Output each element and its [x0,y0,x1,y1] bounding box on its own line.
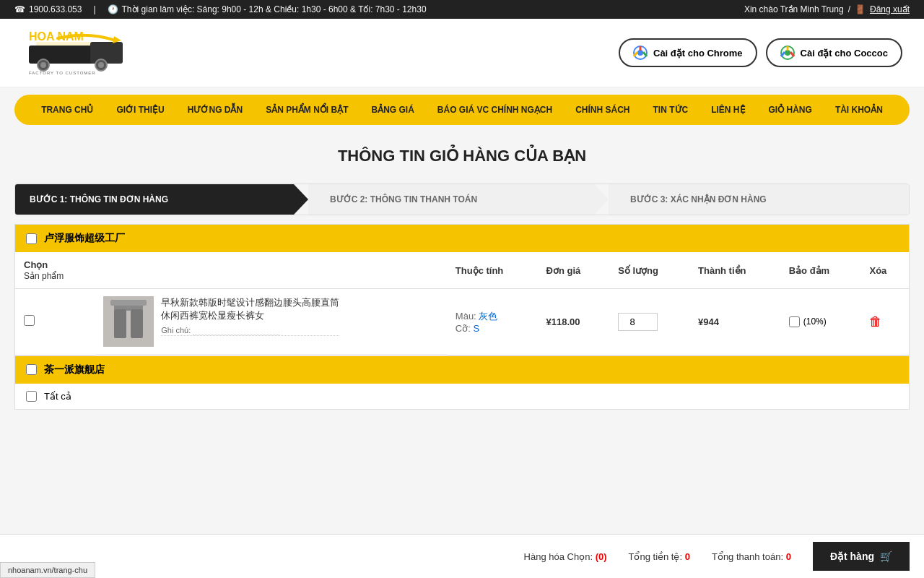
product-price-cell: ¥118.00 [538,289,610,355]
shop2-partial: Tất cả [15,384,909,409]
svg-rect-18 [110,300,147,306]
shop2-header: 茶一派旗舰店 [15,355,909,384]
svg-rect-16 [114,309,126,338]
quantity-input[interactable] [618,313,658,331]
header-buttons: Cài đặt cho Chrome Cài đặt cho Coccoc [619,38,902,67]
svg-point-6 [98,62,104,68]
svg-text:FACTORY TO CUSTOMER: FACTORY TO CUSTOMER [29,71,96,75]
shop2-all-checkbox[interactable] [26,391,37,402]
step-3-label: BƯỚC 3: XÁC NHẬN ĐƠN HÀNG [630,194,767,204]
svg-point-11 [637,50,643,56]
shop2-all-label: Tất cả [44,391,71,402]
col-thanh-tien: Thành tiền [689,252,780,289]
step-3: BƯỚC 3: XÁC NHẬN ĐƠN HÀNG [609,184,909,215]
header: HOA NAM FACTORY TO CUSTOMER Cài đặt cho … [0,19,924,87]
step-2-label: BƯỚC 2: THÔNG TIN THANH TOÁN [330,194,477,204]
nav-bar: TRANG CHỦ GIỚI THIỆU HƯỚNG DẪN SẢN PHẨM … [14,95,910,125]
svg-point-4 [40,62,46,68]
bao-dam-checkbox[interactable] [789,316,800,327]
product-total-cell: ¥944 [689,289,780,355]
nav-tai-khoan[interactable]: TÀI KHOẢN [824,95,894,125]
install-chrome-button[interactable]: Cài đặt cho Chrome [619,38,757,67]
product-details: 早秋新款韩版时髦设计感翻边腰头高腰直筒休闲西裤宽松显瘦长裤女 Ghi chú: [161,296,339,336]
cart-table: ChọnSản phẩm Thuộc tính Đơn giá Số lượng… [15,252,909,355]
svg-rect-2 [90,42,123,64]
col-don-gia: Đơn giá [538,252,610,289]
bao-dam-container: (10%) [789,316,853,327]
top-bar: ☎ 1900.633.053 | 🕐 Thời gian làm việc: S… [0,0,924,19]
size-value: S [473,323,479,334]
nav-bao-gia[interactable]: BÁO GIÁ VC CHÍNH NGẠCH [426,95,564,125]
product-delete-cell: 🗑 [860,289,909,355]
separator: | [93,4,95,14]
shop2-name: 茶一派旗舰店 [44,363,105,376]
product-select-cell [15,289,95,355]
nav-bang-gia[interactable]: BẢNG GIÁ [359,95,425,125]
logout-link[interactable]: Đăng xuất [870,4,910,14]
step-2: BƯỚC 2: THÔNG TIN THANH TOÁN [308,184,609,215]
svg-point-13 [785,50,790,56]
product-size: Cỡ: S [456,323,529,334]
separator2: / [848,4,850,14]
product-total: ¥944 [698,316,719,327]
logo-svg: HOA NAM FACTORY TO CUSTOMER [22,27,137,78]
chrome-icon [633,46,648,60]
table-header-row: ChọnSản phẩm Thuộc tính Đơn giá Số lượng… [15,252,909,289]
shop1-select-all-checkbox[interactable] [26,233,37,244]
logout-icon: 🚪 [855,4,866,14]
delete-button[interactable]: 🗑 [869,314,882,329]
product-color: Màu: 灰色 [456,310,529,323]
hours-text: Thời gian làm việc: Sáng: 9h00 - 12h & C… [122,4,427,14]
install-coccoc-label: Cài đặt cho Coccoc [801,48,888,59]
bao-dam-pct: (10%) [803,316,827,327]
col-so-luong: Số lượng [609,252,689,289]
top-bar-right: Xin chào Trần Minh Trung / 🚪 Đăng xuất [744,4,910,14]
product-price: ¥118.00 [546,316,580,327]
product-name: 早秋新款韩版时髦设计感翻边腰头高腰直筒休闲西裤宽松显瘦长裤女 [161,296,339,322]
install-coccoc-button[interactable]: Cài đặt cho Coccoc [766,38,902,67]
product-img-svg [103,296,154,347]
nav-huong-dan[interactable]: HƯỚNG DẪN [176,95,254,125]
product-baodam-cell: (10%) [780,289,861,355]
greeting-text: Xin chào Trần Minh Trung [744,4,844,14]
product-attr-cell: Màu: 灰色 Cỡ: S [447,289,538,355]
size-label: Cỡ: [456,323,474,334]
col-xoa: Xóa [860,252,909,289]
nav-gio-hang[interactable]: GIỎ HÀNG [757,95,824,125]
logo-area: HOA NAM FACTORY TO CUSTOMER [22,27,137,78]
product-qty-cell [609,289,689,355]
shop1-name: 卢浮服饰超级工厂 [44,232,125,245]
coccoc-icon [780,46,795,60]
product-note: Ghi chú: [161,326,339,336]
step-1-label: BƯỚC 1: THÔNG TIN ĐƠN HÀNG [30,194,168,204]
shop2-select-all-checkbox[interactable] [26,364,37,375]
nav-tin-tuc[interactable]: TIN TỨC [642,95,700,125]
col-thuoc-tinh: Thuộc tính [447,252,538,289]
nav-gioi-thieu[interactable]: GIỚI THIỆU [105,95,175,125]
table-row: 早秋新款韩版时髦设计感翻边腰头高腰直筒休闲西裤宽松显瘦长裤女 Ghi chú: … [15,289,909,355]
product-checkbox[interactable] [24,315,35,326]
cart-content: 卢浮服饰超级工厂 ChọnSản phẩm Thuộc tính Đơn giá… [14,224,910,410]
svg-rect-17 [131,309,143,338]
col-san-pham [95,252,447,289]
top-bar-left: ☎ 1900.633.053 | 🕐 Thời gian làm việc: S… [14,4,427,14]
clock-icon: 🕐 [108,4,118,14]
hours-info: 🕐 Thời gian làm việc: Sáng: 9h00 - 12h &… [108,4,427,14]
note-input[interactable] [193,326,279,335]
steps-bar: BƯỚC 1: THÔNG TIN ĐƠN HÀNG BƯỚC 2: THÔNG… [14,184,910,215]
col-chon: ChọnSản phẩm [15,252,95,289]
step-1: BƯỚC 1: THÔNG TIN ĐƠN HÀNG [15,184,308,215]
phone-icon: ☎ [14,4,25,14]
nav-san-pham[interactable]: SẢN PHẨM NỔI BẬT [254,95,359,125]
phone-number: 1900.633.053 [29,4,82,14]
shop1-header: 卢浮服饰超级工厂 [15,225,909,252]
install-chrome-label: Cài đặt cho Chrome [653,48,743,59]
product-image [103,296,154,347]
nav-trang-chu[interactable]: TRANG CHỦ [30,95,105,125]
color-label: Màu: [456,311,479,322]
color-value: 灰色 [479,311,497,322]
nav-chinh-sach[interactable]: CHÍNH SÁCH [564,95,641,125]
product-info-cell: 早秋新款韩版时髦设计感翻边腰头高腰直筒休闲西裤宽松显瘦长裤女 Ghi chú: [95,289,447,355]
nav-lien-he[interactable]: LIÊN HỆ [699,95,757,125]
page-title: THÔNG TIN GIỎ HÀNG CỦA BẠN [0,132,924,173]
